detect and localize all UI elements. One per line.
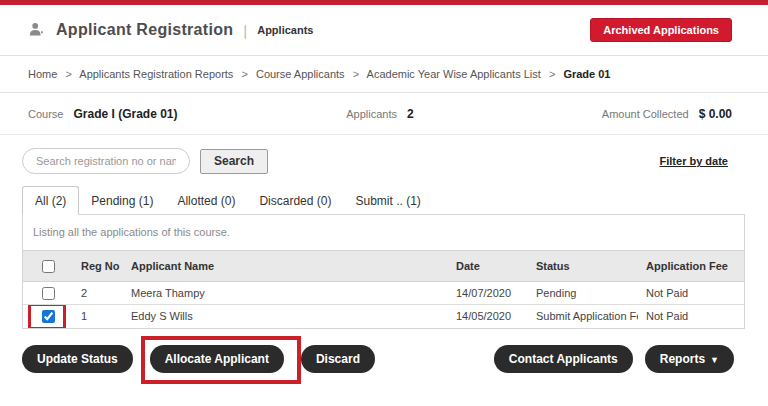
breadcrumb-item-reports[interactable]: Applicants Registration Reports xyxy=(79,68,233,80)
contact-applicants-button[interactable]: Contact Applicants xyxy=(494,345,633,373)
breadcrumb-item-home[interactable]: Home xyxy=(28,68,57,80)
course-value: Grade I (Grade 01) xyxy=(73,107,177,121)
breadcrumb-separator: > xyxy=(353,68,359,80)
allocate-applicant-button[interactable]: Allocate Applicant xyxy=(150,345,284,373)
row1-fee: Not Paid xyxy=(638,282,744,305)
contact-applicants-wrap: Contact Applicants xyxy=(494,345,633,373)
caret-down-icon: ▼ xyxy=(710,355,719,365)
header-title-group: Applicant Registration | Applicants xyxy=(28,21,313,39)
column-header-date: Date xyxy=(448,251,528,282)
table-header-row: Reg No Applicant Name Date Status Applic… xyxy=(23,251,744,282)
action-bar: Update Status Allocate Applicant Discard… xyxy=(22,345,746,373)
discard-wrap: Discard xyxy=(301,345,375,373)
tab-pending[interactable]: Pending (1) xyxy=(79,187,165,214)
update-status-wrap: Update Status xyxy=(22,345,133,373)
amount-info: Amount Collected $ 0.00 xyxy=(497,107,740,121)
tab-allotted[interactable]: Allotted (0) xyxy=(165,187,247,214)
applicants-table: Reg No Applicant Name Date Status Applic… xyxy=(23,250,744,328)
row2-fee: Not Paid xyxy=(638,305,744,328)
applicants-count: 2 xyxy=(407,107,414,121)
row1-regno: 2 xyxy=(73,282,123,305)
reports-dropdown-button[interactable]: Reports▼ xyxy=(645,345,734,373)
row2-date: 14/05/2020 xyxy=(448,305,528,328)
search-button[interactable]: Search xyxy=(200,149,268,174)
column-header-regno: Reg No xyxy=(73,251,123,282)
row2-checkbox-cell xyxy=(23,305,73,328)
search-input[interactable] xyxy=(22,148,190,174)
row1-checkbox[interactable] xyxy=(42,287,55,300)
row1-status: Pending xyxy=(528,282,638,305)
breadcrumb: Home > Applicants Registration Reports >… xyxy=(0,56,768,93)
table-row: 2 Meera Thampy 14/07/2020 Pending Not Pa… xyxy=(23,282,744,305)
amount-collected-label: Amount Collected xyxy=(602,108,689,120)
applicants-info: Applicants 2 xyxy=(263,107,498,121)
select-all-checkbox[interactable] xyxy=(42,260,55,273)
update-status-button[interactable]: Update Status xyxy=(22,345,133,373)
applicants-label: Applicants xyxy=(346,108,397,120)
page-subtitle: Applicants xyxy=(257,24,313,36)
column-header-status: Status xyxy=(528,251,638,282)
row2-regno: 1 xyxy=(73,305,123,328)
applicants-panel: Listing all the applications of this cou… xyxy=(22,214,745,329)
amount-collected-value: $ 0.00 xyxy=(699,107,732,121)
breadcrumb-separator: > xyxy=(65,68,71,80)
listing-note: Listing all the applications of this cou… xyxy=(23,215,744,250)
add-user-icon xyxy=(28,21,46,39)
tab-strip: All (2) Pending (1) Allotted (0) Discard… xyxy=(22,186,768,214)
page-header: Applicant Registration | Applicants Arch… xyxy=(0,5,768,56)
title-separator: | xyxy=(243,22,247,39)
course-label: Course xyxy=(28,108,63,120)
breadcrumb-separator: > xyxy=(241,68,247,80)
row2-checkbox[interactable] xyxy=(42,310,55,323)
reports-label: Reports xyxy=(660,352,705,366)
search-row: Search Filter by date xyxy=(0,135,768,174)
action-bar-right: Contact Applicants Reports▼ xyxy=(494,345,746,373)
course-info: Course Grade I (Grade 01) xyxy=(28,107,263,121)
allocate-applicant-wrap: Allocate Applicant xyxy=(150,345,284,373)
breadcrumb-separator: > xyxy=(549,68,555,80)
reports-wrap: Reports▼ xyxy=(645,345,734,373)
tab-submit[interactable]: Submit .. (1) xyxy=(343,187,432,214)
breadcrumb-item-course-applicants[interactable]: Course Applicants xyxy=(256,68,345,80)
column-header-name: Applicant Name xyxy=(123,251,448,282)
row1-checkbox-cell xyxy=(23,282,73,305)
breadcrumb-item-academic-year-list[interactable]: Academic Year Wise Applicants List xyxy=(367,68,541,80)
archived-applications-button[interactable]: Archived Applications xyxy=(590,18,732,42)
filter-by-date-link[interactable]: Filter by date xyxy=(660,155,728,167)
tab-all[interactable]: All (2) xyxy=(22,186,79,215)
tab-discarded[interactable]: Discarded (0) xyxy=(247,187,343,214)
discard-button[interactable]: Discard xyxy=(301,345,375,373)
course-summary-row: Course Grade I (Grade 01) Applicants 2 A… xyxy=(0,93,768,135)
header-checkbox-cell xyxy=(23,251,73,282)
page-title: Applicant Registration xyxy=(56,21,233,39)
row1-date: 14/07/2020 xyxy=(448,282,528,305)
table-row: 1 Eddy S Wills 14/05/2020 Submit Applica… xyxy=(23,305,744,328)
breadcrumb-item-grade01: Grade 01 xyxy=(563,68,610,80)
row2-name: Eddy S Wills xyxy=(123,305,448,328)
column-header-fee: Application Fee xyxy=(638,251,744,282)
row1-name: Meera Thampy xyxy=(123,282,448,305)
row2-status: Submit Application Fee xyxy=(528,305,638,328)
